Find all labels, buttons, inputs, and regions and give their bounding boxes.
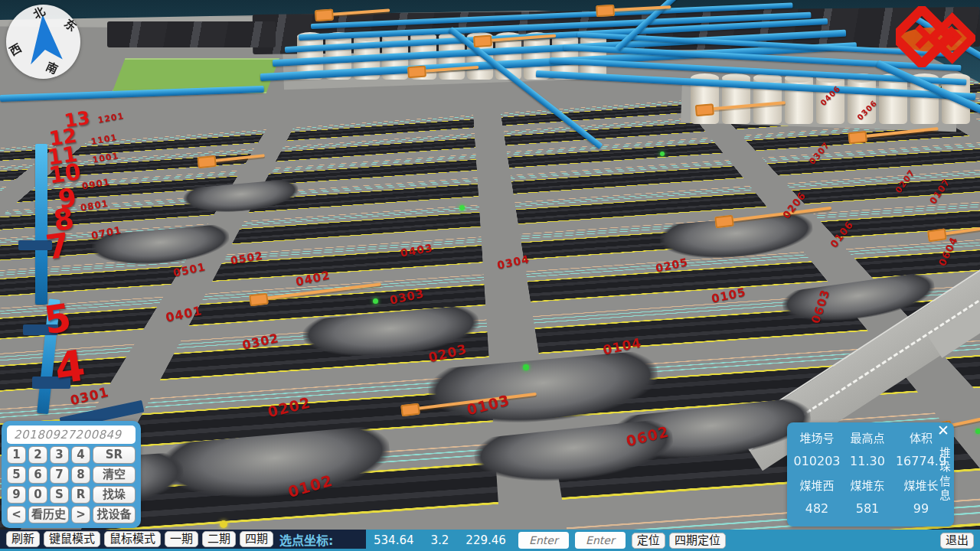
toolbar-button-鼠标模式[interactable]: 鼠标模式	[104, 531, 161, 547]
keypad-button-看历史[interactable]: 看历史	[28, 506, 69, 523]
coord-value-2: 3.2	[431, 533, 449, 547]
app-window: 1312111098754120111011001090108010701050…	[0, 0, 980, 551]
toolbar-button-定位[interactable]: 定位	[632, 533, 665, 549]
indicator-dot-2	[660, 152, 665, 156]
keypad-button-SR[interactable]: SR	[93, 446, 136, 464]
row-number-5: 5	[42, 298, 74, 340]
bottom-toolbar: 刷新键鼠模式鼠标模式一期二期四期 选点坐标: 534.643.2229.46 定…	[0, 530, 980, 551]
toolbar-button-二期[interactable]: 二期	[202, 531, 236, 547]
info-label-最高点: 最高点	[841, 429, 894, 445]
indicator-dot-6	[975, 429, 980, 434]
toolbar-button-刷新[interactable]: 刷新	[6, 531, 40, 547]
keypad-button-S[interactable]: S	[50, 486, 69, 504]
toolbar-button-键鼠模式[interactable]: 键鼠模式	[44, 531, 100, 547]
keypad-button-9[interactable]: 9	[7, 486, 26, 504]
indicator-dot-3	[373, 298, 378, 304]
close-icon[interactable]: ✕	[937, 422, 949, 439]
toolbar-left-buttons: 刷新键鼠模式鼠标模式一期二期四期	[6, 531, 273, 547]
info-value-堆场号: 010203	[793, 454, 841, 468]
point-coords-label: 选点坐标:	[279, 530, 333, 549]
keypad-button-1[interactable]: 1	[7, 446, 26, 464]
info-label-堆场号: 堆场号	[793, 429, 841, 445]
toolbar-button-四期定位[interactable]: 四期定位	[669, 533, 726, 549]
keypad-button-5[interactable]: 5	[7, 466, 26, 484]
exit-button[interactable]: 退出	[940, 533, 974, 549]
compass[interactable]: 北 东 西 南	[6, 5, 80, 79]
info-value-煤堆东: 581	[841, 501, 894, 516]
keypad-grid: 1234SR5678清空90SR找垛<看历史>找设备	[7, 446, 136, 523]
keypad-button-清空[interactable]: 清空	[93, 466, 136, 484]
info-label-煤堆西: 煤堆西	[793, 477, 841, 493]
coord-enter-input-1[interactable]	[518, 532, 569, 549]
info-label-煤堆东: 煤堆东	[841, 477, 894, 493]
compass-arrow-icon	[19, 11, 70, 70]
coord-enter-input-2[interactable]	[575, 532, 626, 549]
keypad-button-R[interactable]: R	[71, 486, 90, 504]
keypad-button-2[interactable]: 2	[28, 446, 47, 464]
keypad-button->[interactable]: >	[71, 506, 90, 523]
point-coords-values: 534.643.2229.46	[374, 533, 506, 547]
company-logo-icon	[896, 6, 975, 70]
coord-value-1: 534.64	[374, 533, 414, 547]
coal-stockpile-band-left	[107, 21, 276, 47]
keypad-button-0[interactable]: 0	[28, 486, 47, 504]
keypad-button-4[interactable]: 4	[71, 446, 90, 464]
indicator-dot-1	[459, 205, 465, 210]
row-number-7: 7	[44, 228, 71, 265]
keypad-button-找垛[interactable]: 找垛	[93, 486, 136, 504]
pile-info-grid: 堆场号最高点体积01020311.3016774.9煤堆西煤堆东煤堆长48258…	[793, 425, 954, 520]
info-value-最高点: 11.30	[841, 454, 894, 468]
keypad-button-6[interactable]: 6	[28, 466, 47, 484]
toolbar-button-一期[interactable]: 一期	[165, 531, 198, 547]
indicator-dot-4	[523, 364, 529, 370]
pile-info-side-label: 堆垛信息	[936, 447, 952, 504]
keypad-panel: 1234SR5678清空90SR找垛<看历史>找设备	[2, 421, 141, 528]
toolbar-mid-buttons: 定位四期定位	[632, 533, 726, 549]
keypad-display-input[interactable]	[7, 425, 136, 444]
keypad-button-<[interactable]: <	[7, 506, 26, 523]
keypad-button-8[interactable]: 8	[71, 466, 90, 484]
toolbar-button-四期[interactable]: 四期	[240, 531, 273, 547]
keypad-button-7[interactable]: 7	[50, 466, 69, 484]
keypad-button-3[interactable]: 3	[50, 446, 69, 464]
conveyor-pipe-15	[35, 144, 47, 305]
keypad-button-找设备[interactable]: 找设备	[93, 506, 136, 523]
indicator-dot-5	[220, 520, 227, 528]
coord-value-3: 229.46	[466, 533, 506, 547]
pile-info-panel: ✕ 堆场号最高点体积01020311.3016774.9煤堆西煤堆东煤堆长482…	[787, 422, 954, 527]
silo-2-7	[879, 78, 907, 124]
row-number-4: 4	[52, 344, 87, 391]
info-value-煤堆西: 482	[793, 501, 841, 516]
toolbar-left-section: 刷新键鼠模式鼠标模式一期二期四期 选点坐标:	[0, 530, 366, 549]
toolbar-right-section: 534.643.2229.46 定位四期定位 退出	[366, 530, 980, 551]
